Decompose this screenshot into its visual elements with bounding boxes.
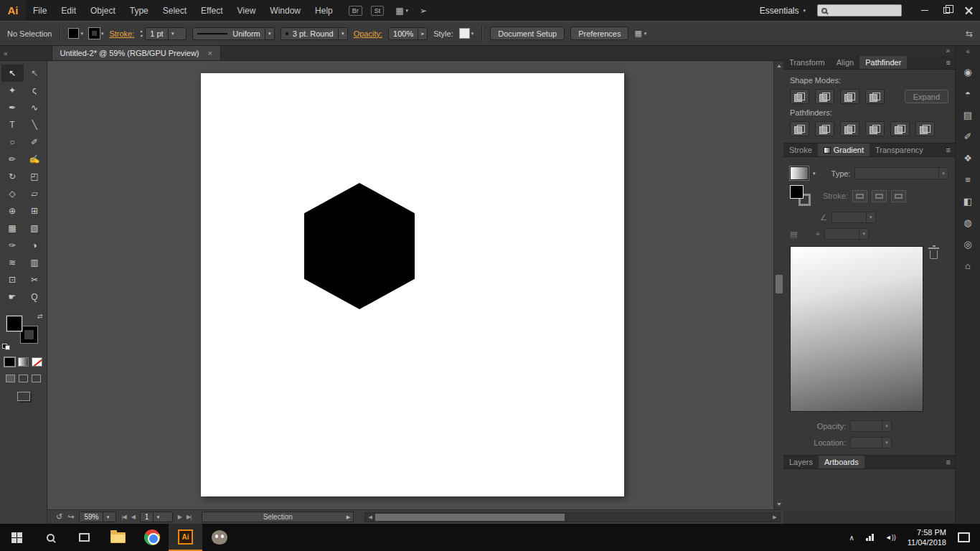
libraries-panel-icon[interactable]: ⌂	[965, 255, 971, 276]
artboard-number-combo[interactable]: 1 ▾	[140, 512, 173, 522]
width-profile-caret-icon[interactable]: ▾	[265, 28, 274, 39]
previous-artboard-button[interactable]: ◀	[131, 514, 135, 520]
scroll-left-icon[interactable]: ◀	[365, 514, 375, 520]
direct-selection-tool[interactable]: ↖	[24, 65, 46, 82]
document-setup-button[interactable]: Document Setup	[490, 27, 565, 40]
gradient-aspect-caret-icon[interactable]: ▾	[859, 229, 868, 239]
default-fill-stroke-icon[interactable]	[2, 344, 10, 350]
zoom-tool[interactable]: Q	[24, 288, 46, 306]
tab-artboards[interactable]: Artboards	[819, 456, 864, 468]
hexagon-shape[interactable]	[304, 183, 415, 309]
menu-edit[interactable]: Edit	[54, 6, 83, 16]
stepper-up-icon[interactable]: ▴	[140, 29, 142, 34]
menu-help[interactable]: Help	[308, 6, 340, 16]
hidden-icons-chevron-icon[interactable]: ∧	[849, 534, 854, 542]
gpu-performance-icon[interactable]: ➢	[420, 6, 427, 16]
gradient-preset-chip[interactable]	[790, 166, 809, 180]
gradient-slider[interactable]	[790, 246, 923, 412]
action-center-icon[interactable]	[958, 532, 970, 542]
status-indicator[interactable]: Selection ▶	[202, 512, 354, 522]
gradient-angle-combo[interactable]: ▾	[831, 212, 876, 223]
rotate-tool[interactable]: ↻	[1, 168, 24, 185]
menu-effect[interactable]: Effect	[194, 6, 230, 16]
artboard-caret-icon[interactable]: ▾	[153, 512, 162, 522]
gradient-mode-button[interactable]	[18, 357, 29, 367]
symbol-sprayer-tool[interactable]: ≋	[1, 254, 24, 271]
scale-tool[interactable]: ◰	[24, 168, 46, 185]
brush-caret-icon[interactable]: ▾	[338, 28, 347, 39]
volume-icon[interactable]: ◄))	[885, 534, 896, 541]
minimize-button[interactable]	[913, 0, 936, 21]
magic-wand-tool[interactable]: ✦	[1, 82, 24, 99]
scroll-right-icon[interactable]: ▶	[770, 514, 780, 520]
free-transform-tool[interactable]: ▱	[24, 185, 46, 202]
gradient-fill-indicator[interactable]	[790, 185, 804, 199]
minus-back-button[interactable]	[915, 121, 935, 136]
network-icon[interactable]	[866, 534, 874, 541]
ellipse-tool[interactable]: ○	[1, 133, 24, 151]
screen-mode-button[interactable]	[17, 392, 30, 401]
unite-button[interactable]	[790, 89, 809, 104]
pathfinder-panel-menu-icon[interactable]: ≡	[946, 58, 951, 67]
restore-button[interactable]	[936, 0, 958, 21]
fill-indicator[interactable]	[6, 316, 22, 331]
perspective-grid-tool[interactable]: ⊞	[24, 202, 46, 220]
draw-behind-mode-button[interactable]	[19, 375, 28, 382]
stroke-panel-icon[interactable]: ≡	[965, 169, 971, 190]
gradient-type-caret-icon[interactable]: ▾	[938, 168, 948, 179]
tab-gradient[interactable]: Gradient	[818, 143, 870, 156]
next-artboard-button[interactable]: ▶	[178, 514, 182, 520]
tab-transparency[interactable]: Transparency	[870, 143, 929, 156]
canvas[interactable]	[47, 61, 773, 509]
brushes-panel-icon[interactable]: ✐	[964, 126, 972, 147]
opacity-panel-link[interactable]: Opacity:	[354, 29, 382, 38]
menu-select[interactable]: Select	[156, 6, 194, 16]
swatches-panel-icon[interactable]: ▤	[963, 104, 972, 126]
stroke-color-control[interactable]: ▾	[89, 28, 104, 39]
tab-stroke[interactable]: Stroke	[783, 143, 818, 156]
arrange-documents-icon[interactable]: ▦ ▾	[395, 6, 408, 16]
paintbrush-tool[interactable]: ✐	[24, 133, 46, 151]
tab-pathfinder[interactable]: Pathfinder	[859, 56, 907, 69]
stroke-along-button[interactable]	[872, 190, 887, 202]
gradient-panel-menu-icon[interactable]: ≡	[946, 146, 951, 154]
align-options-icon[interactable]: ▦ ▾	[634, 29, 646, 38]
trim-button[interactable]	[815, 121, 834, 136]
transparency-panel-icon[interactable]: ◍	[963, 212, 971, 233]
lasso-tool[interactable]: ς	[24, 82, 46, 99]
menu-object[interactable]: Object	[83, 6, 123, 16]
illustrator-button[interactable]: Ai	[169, 524, 202, 551]
slice-tool[interactable]: ✂	[24, 271, 46, 288]
tab-layers[interactable]: Layers	[783, 456, 819, 468]
menu-view[interactable]: View	[230, 6, 263, 16]
file-explorer-button[interactable]	[101, 524, 135, 551]
gradient-location-combo[interactable]: ▾	[850, 437, 892, 448]
stock-button[interactable]: St	[371, 6, 385, 16]
divide-button[interactable]	[790, 121, 809, 136]
taskbar-search-button[interactable]	[34, 524, 67, 551]
opacity-combo[interactable]: 100% ▸	[388, 27, 428, 40]
stroke-within-button[interactable]	[852, 190, 867, 202]
symbols-panel-icon[interactable]: ❖	[963, 147, 972, 169]
swap-fill-stroke-icon[interactable]: ⇄	[37, 313, 43, 320]
outline-button[interactable]	[890, 121, 910, 136]
preferences-button[interactable]: Preferences	[570, 27, 628, 40]
stroke-indicator[interactable]	[21, 326, 37, 343]
tab-transform[interactable]: Transform	[783, 56, 831, 69]
task-view-button[interactable]	[67, 524, 101, 551]
vertical-scrollbar[interactable]	[773, 61, 783, 509]
chrome-button[interactable]	[135, 524, 169, 551]
draw-normal-mode-button[interactable]	[6, 375, 15, 382]
stroke-panel-link[interactable]: Stroke:	[109, 29, 134, 38]
exclude-button[interactable]	[865, 89, 885, 104]
expand-icon-strip-chevron-icon[interactable]: «	[962, 47, 974, 55]
horizontal-scroll-track[interactable]	[375, 513, 770, 522]
tab-align[interactable]: Align	[831, 56, 859, 69]
taskbar-clock[interactable]: 7:58 PM 11/04/2018	[908, 527, 946, 547]
pencil-tool[interactable]: ✏	[1, 151, 24, 168]
shaper-tool[interactable]: ✍	[24, 151, 46, 168]
draw-inside-mode-button[interactable]	[32, 375, 41, 382]
width-tool[interactable]: ◇	[1, 185, 24, 202]
stroke-weight-stepper[interactable]: ▴ ▾	[140, 29, 142, 39]
delete-stop-icon[interactable]	[930, 250, 938, 259]
